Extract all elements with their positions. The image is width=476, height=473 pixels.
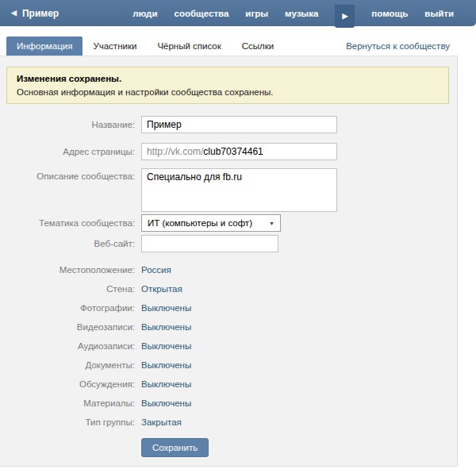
tab-links[interactable]: Ссылки [232, 37, 285, 56]
setting-row-videos: Видеозаписи: Выключены [0, 317, 457, 336]
address-prefix: http://vk.com/ [147, 146, 203, 157]
settings-form: Название: Адрес страницы: http://vk.com/… [0, 116, 457, 457]
group-type-link[interactable]: Закрытая [141, 417, 182, 427]
videos-link[interactable]: Выключены [141, 322, 191, 332]
nav-item-logout[interactable]: выйти [424, 9, 454, 18]
location-label: Местоположение: [0, 265, 135, 275]
nav-item-games[interactable]: игры [245, 9, 268, 18]
website-input[interactable] [141, 235, 278, 252]
name-row: Название: [0, 116, 457, 133]
discussions-link[interactable]: Выключены [141, 379, 191, 389]
website-row: Веб-сайт: [0, 235, 457, 252]
nav-item-music[interactable]: музыка [285, 9, 318, 18]
chevron-down-icon: ▼ [269, 221, 274, 226]
setting-row-materials: Материалы: Выключены [0, 394, 457, 413]
settings-content: Изменения сохранены. Основная информация… [0, 56, 458, 467]
subject-row: Тематика сообщества: ИТ (компьютеры и со… [0, 214, 457, 232]
name-label: Название: [0, 120, 135, 129]
tab-information[interactable]: Информация [6, 37, 83, 56]
address-input[interactable]: http://vk.com/club70374461 [141, 143, 337, 160]
nav-item-help[interactable]: помощь [371, 9, 408, 18]
audio-link[interactable]: Выключены [141, 341, 191, 351]
subject-label: Тематика сообщества: [0, 218, 135, 228]
save-row: Сохранить [0, 438, 457, 457]
setting-row-documents: Документы: Выключены [0, 356, 457, 375]
description-label: Описание сообщества: [0, 168, 135, 181]
setting-row-wall: Стена: Открытая [0, 279, 457, 298]
address-label: Адрес страницы: [0, 147, 135, 156]
tab-members[interactable]: Участники [83, 37, 147, 56]
wall-link[interactable]: Открытая [141, 284, 182, 294]
subject-selected-value: ИТ (компьютеры и софт) [148, 218, 252, 228]
play-icon: ▶ [342, 13, 347, 20]
setting-row-discussions: Обсуждения: Выключены [0, 375, 457, 394]
setting-row-group-type: Тип группы: Закрытая [0, 413, 457, 432]
documents-label: Документы: [0, 360, 135, 370]
save-button[interactable]: Сохранить [141, 438, 209, 457]
subject-select[interactable]: ИТ (компьютеры и софт) ▼ [141, 214, 281, 232]
top-nav: люди сообщества игры музыка ▶ помощь вый… [132, 0, 476, 28]
setting-row-location: Местоположение: Россия [0, 260, 457, 279]
music-player-button[interactable]: ▶ [335, 5, 355, 28]
nav-item-people[interactable]: люди [132, 9, 157, 18]
notice-text: Основная информация и настройки сообщест… [17, 87, 439, 97]
setting-row-photos: Фотографии: Выключены [0, 298, 457, 317]
group-type-label: Тип группы: [0, 417, 135, 427]
documents-link[interactable]: Выключены [141, 360, 191, 370]
address-row: Адрес страницы: http://vk.com/club703744… [0, 143, 457, 160]
materials-label: Материалы: [0, 398, 135, 408]
address-value: club70374461 [203, 146, 263, 157]
back-community-link[interactable]: ◀ Пример [0, 8, 59, 19]
website-label: Веб-сайт: [0, 239, 135, 248]
description-textarea[interactable]: Специально для fb.ru [141, 168, 337, 212]
top-bar: ◀ Пример люди сообщества игры музыка ▶ п… [0, 0, 476, 26]
description-row: Описание сообщества: Специально для fb.r… [0, 168, 457, 212]
name-input[interactable] [141, 116, 337, 133]
wall-label: Стена: [0, 284, 135, 294]
photos-label: Фотографии: [0, 303, 135, 313]
community-settings-page: ◀ Пример люди сообщества игры музыка ▶ п… [0, 0, 476, 467]
tab-blacklist[interactable]: Чёрный список [147, 37, 231, 56]
notice-box: Изменения сохранены. Основная информация… [6, 67, 449, 104]
tab-bar: Информация Участники Чёрный список Ссылк… [0, 26, 458, 56]
videos-label: Видеозаписи: [0, 322, 135, 332]
location-link[interactable]: Россия [141, 265, 171, 275]
return-to-community-link[interactable]: Вернуться к сообществу [346, 37, 450, 56]
audio-label: Аудиозаписи: [0, 341, 135, 351]
back-label: Пример [22, 8, 59, 19]
setting-row-audio: Аудиозаписи: Выключены [0, 336, 457, 356]
back-arrow-icon: ◀ [11, 10, 17, 17]
materials-link[interactable]: Выключены [141, 398, 191, 408]
discussions-label: Обсуждения: [0, 379, 135, 389]
nav-item-communities[interactable]: сообщества [174, 9, 228, 18]
notice-title: Изменения сохранены. [17, 74, 439, 83]
photos-link[interactable]: Выключены [141, 303, 191, 313]
